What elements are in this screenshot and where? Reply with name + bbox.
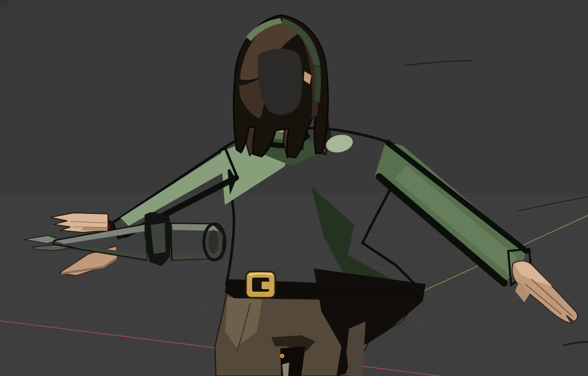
horizon-band — [0, 193, 588, 195]
origin-dot-core — [281, 355, 283, 356]
rifle-end-cap-inner — [208, 230, 218, 254]
corner-square — [0, 0, 9, 7]
headband-side — [314, 64, 321, 103]
3d-viewport[interactable] — [0, 0, 588, 376]
buckle-tab — [262, 282, 270, 289]
origin-point[interactable] — [280, 354, 284, 358]
leg-gap-sliver — [282, 362, 289, 376]
left-finger-gap-2 — [73, 227, 106, 227]
pants-right-leg — [346, 321, 366, 376]
